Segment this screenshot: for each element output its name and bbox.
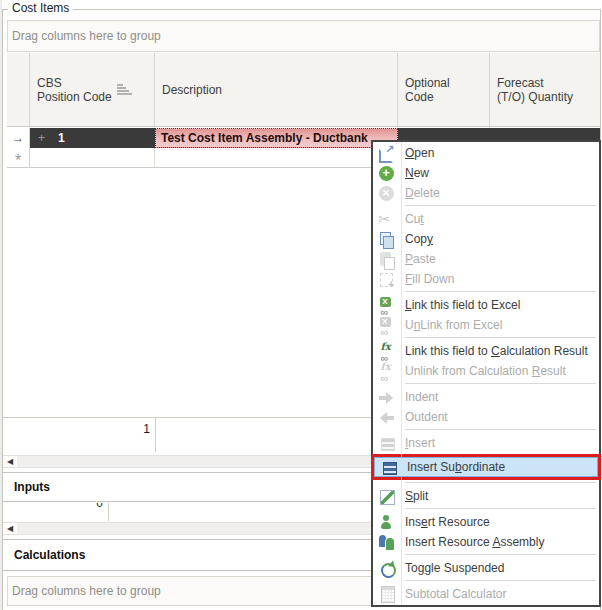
column-header-label: Forecast xyxy=(497,76,600,90)
menu-icon-gutter xyxy=(373,435,399,452)
menu-icon-gutter xyxy=(373,409,399,426)
menu-item-insert-resource-assembly[interactable]: Insert Resource Assembly xyxy=(373,532,599,552)
menu-separator xyxy=(405,508,596,509)
menu-item-open[interactable]: Open xyxy=(373,143,599,163)
menu-icon-gutter xyxy=(373,363,399,380)
toggle-suspended-icon xyxy=(378,560,395,577)
row-focus-indicator-cell[interactable]: → xyxy=(7,128,30,148)
menu-item-indent: Indent xyxy=(373,387,599,407)
cell-cbs-position-code[interactable] xyxy=(30,148,155,167)
column-header-label: (T/O) Quantity xyxy=(497,90,600,104)
menu-icon-gutter xyxy=(373,560,399,577)
sort-ascending-icon xyxy=(117,84,132,96)
menu-icon-gutter xyxy=(375,459,401,476)
menu-item-copy[interactable]: Copy xyxy=(373,229,599,249)
groupbox-border xyxy=(2,9,600,10)
menu-separator xyxy=(405,482,596,483)
column-header-optional-code[interactable]: Optional Code xyxy=(398,53,490,126)
menu-item-label: Toggle Suspended xyxy=(399,561,504,575)
expand-row-button[interactable]: + xyxy=(38,131,45,145)
menu-item-label: Insert xyxy=(399,436,435,450)
scroll-left-button[interactable]: ◀ xyxy=(3,523,17,534)
menu-item-label: Paste xyxy=(399,252,436,266)
context-menu: OpenNewDeleteCutCopyPasteFill DownLink t… xyxy=(371,140,601,607)
copy-icon xyxy=(378,231,395,248)
menu-separator xyxy=(405,580,596,581)
cell-description-focused[interactable]: Test Cost Item Assembly - Ductbank xyxy=(155,128,398,148)
scroll-left-button[interactable]: ◀ xyxy=(3,456,17,467)
menu-item-cut: Cut xyxy=(373,209,599,229)
menu-icon-gutter xyxy=(373,211,399,228)
menu-item-toggle-suspended[interactable]: Toggle Suspended xyxy=(373,558,599,578)
menu-icon-gutter xyxy=(373,165,399,182)
menu-icon-gutter xyxy=(373,251,399,268)
menu-icon-gutter xyxy=(373,231,399,248)
menu-item-delete: Delete xyxy=(373,183,599,203)
inputs-grid-divider xyxy=(108,503,109,521)
menu-item-label: Open xyxy=(399,146,434,160)
new-row-asterisk-icon: * xyxy=(15,156,21,166)
menu-item-subtotal-calculator: Subtotal Calculator xyxy=(373,584,599,604)
menu-item-label: Copy xyxy=(399,232,433,246)
menu-icon-gutter xyxy=(373,145,399,162)
menu-item-label: Unlink from Calculation Result xyxy=(399,364,566,378)
annotation-highlight-box: Insert Subordinate xyxy=(371,454,601,480)
group-by-panel-text: Drag columns here to group xyxy=(12,29,161,43)
cell-description[interactable] xyxy=(155,148,398,167)
unlink-excel-icon xyxy=(378,317,395,334)
column-header-label: Code xyxy=(405,90,489,104)
group-by-panel-text: Drag columns here to group xyxy=(12,584,161,598)
menu-item-label: Indent xyxy=(399,390,438,404)
outdent-icon xyxy=(378,409,395,426)
new-row-indicator-cell[interactable]: * xyxy=(7,148,30,167)
menu-item-unlink-from-calculation-result: Unlink from Calculation Result xyxy=(373,361,599,381)
column-header-description[interactable]: Description xyxy=(155,53,398,126)
column-header-cbs-position-code[interactable]: CBS Position Code xyxy=(30,53,155,126)
menu-icon-gutter xyxy=(373,185,399,202)
column-header-label: Description xyxy=(162,83,397,97)
menu-separator xyxy=(405,554,596,555)
column-header-forecast-quantity[interactable]: Forecast (T/O) Quantity xyxy=(490,53,600,126)
menu-item-insert-subordinate[interactable]: Insert Subordinate xyxy=(374,457,598,477)
menu-icon-gutter xyxy=(373,343,399,360)
insert-icon xyxy=(378,435,395,452)
menu-item-label: Insert Resource xyxy=(399,515,490,529)
cell-cbs-position-code[interactable]: + 1 xyxy=(30,128,155,148)
menu-icon-gutter xyxy=(373,297,399,314)
new-icon xyxy=(378,165,395,182)
menu-item-label: Insert Subordinate xyxy=(401,460,505,474)
menu-item-insert: Insert xyxy=(373,433,599,453)
insert-resource-assembly-icon xyxy=(378,534,395,551)
menu-separator xyxy=(405,337,596,338)
grid-footer-count: 1 xyxy=(30,422,150,436)
menu-item-new[interactable]: New xyxy=(373,163,599,183)
delete-icon xyxy=(378,185,395,202)
menu-item-label: Subtotal Calculator xyxy=(399,587,506,601)
column-header-label: CBS xyxy=(37,76,154,90)
menu-item-label: Split xyxy=(399,489,428,503)
menu-item-label: Insert Resource Assembly xyxy=(399,535,544,549)
menu-item-label: Delete xyxy=(399,186,440,200)
context-menu-items: OpenNewDeleteCutCopyPasteFill DownLink t… xyxy=(373,143,599,604)
menu-item-split[interactable]: Split xyxy=(373,486,599,506)
column-header-label: Optional xyxy=(405,76,489,90)
menu-item-label: Outdent xyxy=(399,410,448,424)
column-header-label: Position Code xyxy=(37,90,154,104)
menu-item-insert-resource[interactable]: Insert Resource xyxy=(373,512,599,532)
menu-item-label: Link this field to Calculation Result xyxy=(399,344,588,358)
open-icon xyxy=(378,145,395,162)
menu-separator xyxy=(405,291,596,292)
inputs-partial-value: 0 xyxy=(43,503,103,510)
split-icon xyxy=(378,488,395,505)
menu-item-label: Link this field to Excel xyxy=(399,298,520,312)
menu-icon-gutter xyxy=(373,271,399,288)
menu-separator xyxy=(405,429,596,430)
pane-title: Cost Items xyxy=(8,1,73,15)
row-indicator-header[interactable] xyxy=(7,53,30,126)
menu-item-fill-down: Fill Down xyxy=(373,269,599,289)
menu-item-link-this-field-to-calculation-result[interactable]: Link this field to Calculation Result xyxy=(373,341,599,361)
menu-item-link-this-field-to-excel[interactable]: Link this field to Excel xyxy=(373,295,599,315)
menu-item-outdent: Outdent xyxy=(373,407,599,427)
menu-icon-gutter xyxy=(373,317,399,334)
insert-resource-icon xyxy=(378,514,395,531)
